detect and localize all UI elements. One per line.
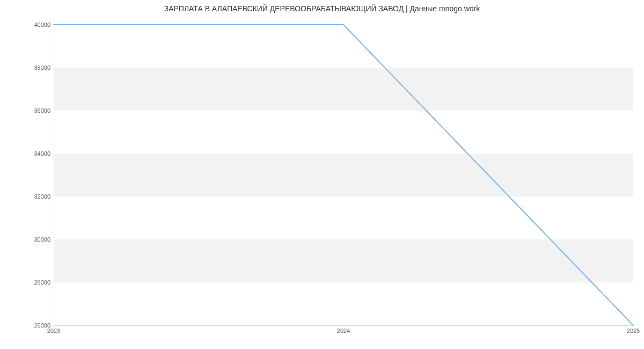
y-tick-label: 32000 — [2, 193, 50, 200]
x-tick-label: 2025 — [627, 328, 640, 334]
y-tick-label: 30000 — [2, 236, 50, 243]
y-tick-label: 36000 — [2, 107, 50, 114]
x-tick-label: 2024 — [337, 328, 350, 334]
x-tick-label: 2023 — [47, 328, 60, 334]
plot-area — [54, 25, 633, 326]
chart-container: ЗАРПЛАТА В АЛАПАЕВСКИЙ ДЕРЕВООБРАБАТЫВАЮ… — [0, 0, 644, 349]
chart-title: ЗАРПЛАТА В АЛАПАЕВСКИЙ ДЕРЕВООБРАБАТЫВАЮ… — [0, 4, 644, 13]
y-tick-label: 38000 — [2, 64, 50, 71]
y-axis — [54, 25, 54, 325]
y-tick-label: 40000 — [2, 21, 50, 28]
y-tick-label: 34000 — [2, 150, 50, 157]
y-tick-label: 26000 — [2, 322, 50, 329]
data-line — [54, 25, 633, 325]
y-tick-label: 28000 — [2, 279, 50, 286]
